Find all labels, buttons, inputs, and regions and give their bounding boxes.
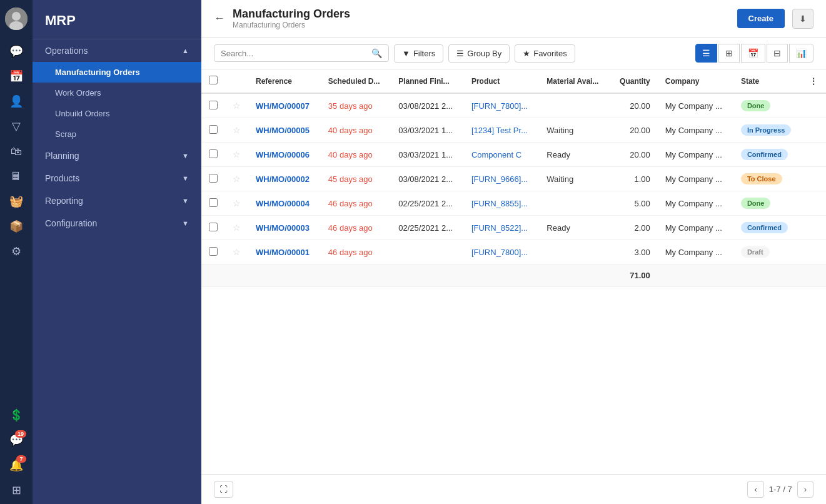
kanban-view-button[interactable]: ⊞ xyxy=(718,44,740,63)
col-scheduled[interactable]: Scheduled D... xyxy=(321,69,391,93)
col-planned[interactable]: Planned Fini... xyxy=(391,69,464,93)
row-state-badge-0: Done xyxy=(741,100,771,111)
list-view-button[interactable]: ☰ xyxy=(695,44,717,63)
messages-icon[interactable]: 💬 19 xyxy=(5,429,28,451)
row-product-1: [1234] Test Pr... xyxy=(464,118,539,143)
row-checkbox-2[interactable] xyxy=(209,149,218,158)
row-product-link-2[interactable]: Component C xyxy=(471,150,521,159)
row-checkbox-4[interactable] xyxy=(209,198,218,207)
filters-label: Filters xyxy=(413,49,435,58)
row-product-link-6[interactable]: [FURN_7800]... xyxy=(471,248,528,257)
totals-empty-4 xyxy=(464,265,539,287)
calculator-icon[interactable]: 🖩 xyxy=(5,165,28,188)
row-star-1[interactable]: ☆ xyxy=(233,125,241,135)
sidebar-item-reporting[interactable]: Reporting ▼ xyxy=(33,189,201,212)
row-ref-link-1[interactable]: WH/MO/00005 xyxy=(256,126,310,135)
sidebar-item-configuration[interactable]: Configuration ▼ xyxy=(33,212,201,234)
row-product-link-1[interactable]: [1234] Test Pr... xyxy=(471,126,528,135)
sidebar-item-scrap[interactable]: Scrap xyxy=(33,124,201,144)
pivot-view-button[interactable]: ⊟ xyxy=(767,44,788,63)
sidebar-item-work-orders[interactable]: Work Orders xyxy=(33,83,201,103)
row-checkbox-5[interactable] xyxy=(209,223,218,231)
chat-icon[interactable]: 💬 xyxy=(5,40,28,63)
shop-icon[interactable]: 🛍 xyxy=(5,140,28,163)
select-all-col xyxy=(201,69,225,93)
row-ref-link-6[interactable]: WH/MO/00001 xyxy=(256,248,310,257)
calendar-view-button[interactable]: 📅 xyxy=(741,44,765,63)
filter-icon[interactable]: ▽ xyxy=(5,115,28,138)
back-button[interactable]: ← xyxy=(214,12,225,25)
box-icon[interactable]: 📦 xyxy=(5,215,28,238)
sidebar-item-planning-label: Planning xyxy=(45,151,79,161)
row-star-5[interactable]: ☆ xyxy=(233,223,241,233)
user-avatar[interactable] xyxy=(5,8,28,30)
row-ref-link-5[interactable]: WH/MO/00003 xyxy=(256,223,310,233)
row-product-link-3[interactable]: [FURN_9666]... xyxy=(471,174,528,184)
filters-button[interactable]: ▼ Filters xyxy=(394,44,443,63)
col-quantity[interactable]: Quantity xyxy=(610,69,658,93)
row-ref-link-4[interactable]: WH/MO/00004 xyxy=(256,199,310,208)
row-product-4: [FURN_8855]... xyxy=(464,191,539,216)
col-material[interactable]: Material Avai... xyxy=(539,69,610,93)
graph-view-button[interactable]: 📊 xyxy=(789,44,813,63)
sidebar-item-manufacturing-orders[interactable]: Manufacturing Orders xyxy=(33,62,201,83)
col-product[interactable]: Product xyxy=(464,69,539,93)
row-star-3[interactable]: ☆ xyxy=(233,174,241,184)
row-star-4[interactable]: ☆ xyxy=(233,198,241,208)
totals-empty-1 xyxy=(248,265,321,287)
search-input[interactable] xyxy=(221,49,371,58)
sidebar-item-reporting-label: Reporting xyxy=(45,196,83,206)
contacts-icon[interactable]: 👤 xyxy=(5,90,28,113)
create-button[interactable]: Create xyxy=(737,9,785,28)
row-checkbox-cell xyxy=(201,118,225,143)
row-star-2[interactable]: ☆ xyxy=(233,149,241,159)
row-product-link-5[interactable]: [FURN_8522]... xyxy=(471,223,528,233)
row-state-badge-3: To Close xyxy=(741,173,782,184)
search-icon: 🔍 xyxy=(371,48,382,58)
row-star-0[interactable]: ☆ xyxy=(233,101,241,111)
tools-icon[interactable]: ⚙ xyxy=(5,240,28,263)
group-by-button[interactable]: ☰ Group By xyxy=(448,44,510,63)
col-reference[interactable]: Reference xyxy=(248,69,321,93)
row-state-6: Draft xyxy=(733,240,802,265)
download-button[interactable]: ⬇ xyxy=(792,9,813,29)
select-all-checkbox[interactable] xyxy=(209,76,218,84)
col-options[interactable]: ⋮ xyxy=(802,69,826,93)
fullscreen-button[interactable]: ⛶ xyxy=(214,481,233,498)
row-product-link-4[interactable]: [FURN_8855]... xyxy=(471,199,528,208)
row-checkbox-1[interactable] xyxy=(209,125,218,134)
sidebar-item-operations[interactable]: Operations ▲ xyxy=(33,39,201,62)
col-company[interactable]: Company xyxy=(658,69,733,93)
row-ref-link-2[interactable]: WH/MO/00006 xyxy=(256,150,310,159)
row-product-6: [FURN_7800]... xyxy=(464,240,539,265)
row-checkbox-cell xyxy=(201,143,225,167)
sidebar-item-products[interactable]: Products ▼ xyxy=(33,167,201,189)
row-star-cell: ☆ xyxy=(225,167,248,191)
row-checkbox-6[interactable] xyxy=(209,247,218,256)
star-icon: ★ xyxy=(523,49,530,58)
row-scheduled-1: 40 days ago xyxy=(321,118,391,143)
row-product-link-0[interactable]: [FURN_7800]... xyxy=(471,101,528,111)
table-row: ☆ WH/MO/00002 45 days ago 03/08/2021 2..… xyxy=(201,167,826,191)
dollar-icon[interactable]: 💲 xyxy=(5,404,28,426)
sidebar-item-unbuild-orders[interactable]: Unbuild Orders xyxy=(33,103,201,124)
sidebar-item-planning[interactable]: Planning ▼ xyxy=(33,144,201,167)
row-checkbox-0[interactable] xyxy=(209,101,218,109)
products-arrow-icon: ▼ xyxy=(182,174,189,182)
row-ref-link-0[interactable]: WH/MO/00007 xyxy=(256,101,310,111)
row-material-2: Ready xyxy=(539,143,610,167)
row-ref-4: WH/MO/00004 xyxy=(248,191,321,216)
prev-page-button[interactable]: ‹ xyxy=(747,481,763,498)
row-scheduled-6: 46 days ago xyxy=(321,240,391,265)
row-ref-link-3[interactable]: WH/MO/00002 xyxy=(256,174,310,184)
notification-icon[interactable]: 🔔 7 xyxy=(5,454,28,476)
favorites-button[interactable]: ★ Favorites xyxy=(515,44,575,63)
row-checkbox-3[interactable] xyxy=(209,174,218,183)
row-checkbox-cell xyxy=(201,167,225,191)
basket-icon[interactable]: 🧺 xyxy=(5,190,28,213)
next-page-button[interactable]: › xyxy=(797,481,813,498)
calendar-icon[interactable]: 📅 xyxy=(5,65,28,88)
grid-icon[interactable]: ⊞ xyxy=(5,479,28,501)
row-star-6[interactable]: ☆ xyxy=(233,247,241,257)
col-state[interactable]: State xyxy=(733,69,802,93)
